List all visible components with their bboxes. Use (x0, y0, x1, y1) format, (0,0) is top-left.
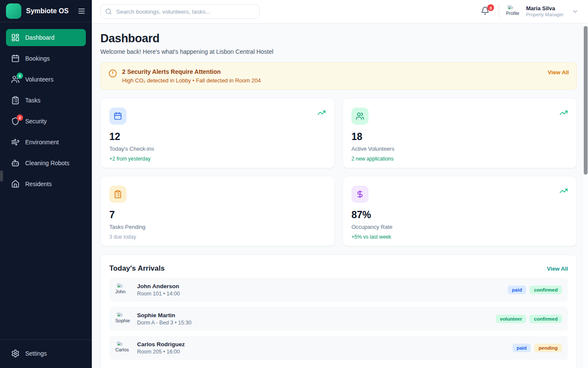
avatar-alt-text: Carlos (115, 347, 129, 352)
search-icon (105, 8, 112, 15)
trending-up-icon (559, 108, 568, 117)
home-icon (11, 180, 20, 188)
sidebar-item-volunteers[interactable]: 5 Volunteers (6, 71, 86, 88)
sidebar-item-label: Dashboard (25, 34, 55, 41)
notifications-button[interactable]: 3 (481, 6, 491, 17)
hamburger-menu-icon[interactable] (77, 7, 86, 15)
todays-arrivals-card: Today's Arrivals View All John John Ande… (100, 254, 577, 368)
topbar-right: 3 Profile Maria Silva Property Manager (481, 4, 579, 19)
users-icon: 5 (11, 75, 20, 84)
sidebar-item-tasks[interactable]: Tasks (6, 92, 86, 109)
dashboard-icon (11, 33, 20, 42)
sidebar-item-dashboard[interactable]: Dashboard (6, 29, 86, 46)
guest-name: Carlos Rodriguez (137, 341, 185, 348)
sidebar-nav: Dashboard Bookings 5 Volunteers Tasks (0, 22, 92, 339)
sidebar-item-environment[interactable]: Environment (6, 134, 86, 151)
sidebar-item-label: Tasks (25, 97, 41, 104)
stat-value: 12 (109, 131, 326, 143)
clipboard-icon (11, 96, 20, 105)
sidebar-item-label: Settings (25, 350, 47, 357)
app-logo (6, 3, 21, 19)
stat-subtext: +5% vs last week (351, 234, 568, 240)
arrival-row[interactable]: John John Anderson Room 101 • 14:00 paid… (109, 278, 568, 302)
alert-view-all-link[interactable]: View All (548, 69, 569, 76)
security-count-badge: 2 (17, 114, 23, 121)
profile-meta: Maria Silva Property Manager (526, 5, 564, 18)
arrivals-view-all-link[interactable]: View All (547, 266, 568, 272)
shield-icon: 2 (11, 117, 20, 126)
stat-subtext: 3 due today (109, 234, 326, 240)
sidebar-item-label: Environment (25, 139, 59, 146)
sidebar-item-settings[interactable]: Settings (6, 345, 86, 362)
sidebar-item-label: Bookings (25, 55, 50, 62)
topbar-divider (499, 5, 499, 18)
avatar-alt-text: Profile (506, 11, 519, 16)
guest-detail: Room 101 • 14:00 (137, 291, 180, 297)
security-alert-banner: 2 Security Alerts Require Attention High… (100, 62, 577, 90)
search-container (100, 4, 260, 19)
avatar-alt-text: John (115, 289, 126, 294)
left-edge-scroll-handle[interactable] (0, 170, 3, 181)
avatar: Profile (506, 4, 522, 19)
stat-value: 7 (109, 209, 326, 221)
sidebar-item-bookings[interactable]: Bookings (6, 50, 86, 67)
profile-role: Property Manager (526, 12, 564, 18)
chevron-down-icon (572, 8, 579, 15)
main-area: 3 Profile Maria Silva Property Manager (92, 0, 588, 368)
broken-image-icon (116, 341, 123, 347)
sidebar: Symbiote OS Dashboard Bookings 5 Volunte… (0, 0, 92, 368)
status-badge: paid (512, 344, 531, 352)
guest-name: John Anderson (137, 283, 180, 289)
broken-image-icon (116, 283, 123, 289)
calendar-icon (11, 54, 20, 63)
alert-title: 2 Security Alerts Require Attention (122, 68, 543, 75)
arrivals-title: Today's Arrivals (109, 264, 165, 273)
guest-name: Sophie Martin (137, 312, 191, 318)
stat-label: Active Volunteers (351, 146, 568, 152)
status-badge: volunteer (496, 315, 527, 323)
stat-label: Occupancy Rate (351, 224, 568, 230)
stat-value: 18 (351, 131, 568, 143)
status-badge: confirmed (529, 286, 562, 294)
stat-subtext: 2 new applications (351, 156, 568, 162)
alert-detail: High CO₂ detected in Lobby • Fall detect… (122, 77, 543, 84)
dollar-icon (351, 186, 369, 203)
sidebar-item-cleaning-robots[interactable]: Cleaning Robots (6, 155, 86, 172)
sidebar-item-residents[interactable]: Residents (6, 175, 86, 193)
arrival-row[interactable]: Carlos Carlos Rodriguez Room 205 • 16:00… (109, 336, 568, 360)
app-title: Symbiote OS (26, 7, 73, 15)
stat-label: Tasks Pending (109, 224, 326, 230)
avatar: John (115, 282, 132, 298)
avatar: Carlos (115, 340, 132, 356)
sidebar-item-label: Security (25, 118, 47, 125)
status-badge: pending (534, 344, 562, 352)
trending-up-icon (559, 187, 568, 195)
stat-value: 87% (351, 209, 568, 221)
sidebar-item-security[interactable]: 2 Security (6, 113, 86, 130)
alert-text: 2 Security Alerts Require Attention High… (122, 68, 543, 84)
search-input[interactable] (100, 4, 260, 19)
alert-circle-icon (108, 69, 117, 78)
users-icon (351, 108, 369, 125)
wind-icon (11, 138, 20, 146)
profile-menu[interactable]: Profile Maria Silva Property Manager (506, 4, 579, 19)
app-window: Symbiote OS Dashboard Bookings 5 Volunte… (0, 0, 588, 368)
avatar: Sophie (115, 311, 132, 327)
arrival-row[interactable]: Sophie Sophie Martin Dorm A - Bed 3 • 15… (109, 307, 568, 331)
stat-subtext: +2 from yesterday (109, 156, 326, 162)
stats-grid: 12 Today's Check-ins +2 from yesterday 1… (100, 98, 577, 246)
scrollbar-thumb[interactable] (584, 26, 588, 175)
sidebar-item-label: Volunteers (25, 76, 53, 83)
brand-header: Symbiote OS (0, 0, 92, 22)
sidebar-item-label: Cleaning Robots (25, 160, 70, 166)
avatar-alt-text: Sophie (115, 318, 130, 323)
scrollbar[interactable] (582, 23, 588, 368)
status-badge: paid (508, 286, 527, 294)
clipboard-icon (109, 186, 126, 203)
stat-card-occupancy: 87% Occupancy Rate +5% vs last week (342, 176, 577, 246)
sidebar-footer: Settings (0, 339, 92, 368)
page-subtitle: Welcome back! Here's what's happening at… (100, 48, 577, 55)
calendar-icon (109, 108, 126, 125)
stat-card-checkins: 12 Today's Check-ins +2 from yesterday (100, 98, 335, 168)
profile-name: Maria Silva (526, 5, 564, 12)
